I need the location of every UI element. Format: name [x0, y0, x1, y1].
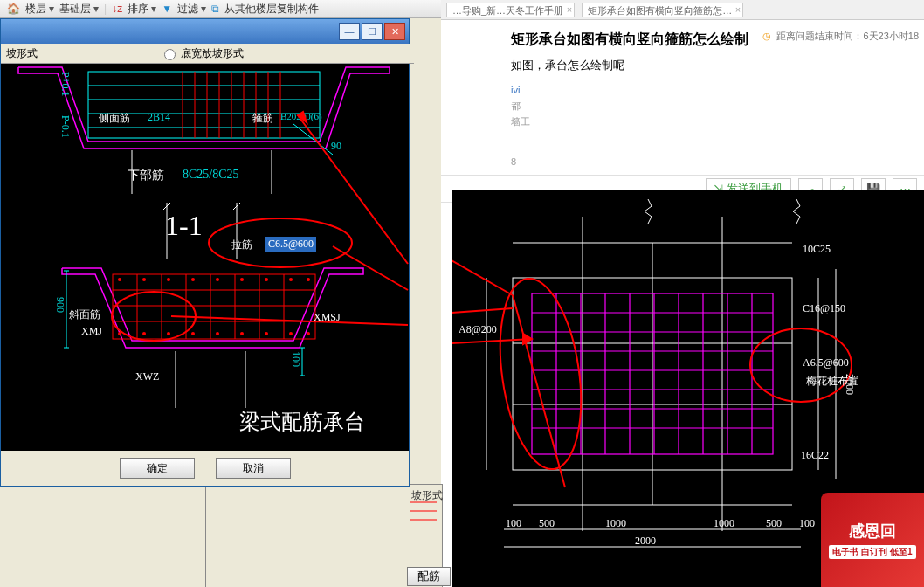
svg-line-99 — [452, 260, 513, 295]
subtitle: 梁式配筋承台 — [239, 408, 365, 436]
floor-label[interactable]: 楼层 — [25, 2, 54, 17]
h100: 100 — [289, 351, 302, 367]
svg-rect-21 — [113, 274, 315, 339]
d500a: 500 — [539, 517, 555, 530]
d100a: 100 — [506, 517, 521, 530]
svg-point-46 — [240, 332, 244, 335]
ad-line1: 感恩回 — [849, 521, 896, 542]
svg-point-36 — [216, 278, 219, 281]
d1000a: 1000 — [605, 517, 626, 530]
h900: 900 — [53, 297, 66, 313]
tab-strip: …导购_新…天冬工作手册 矩形承台如图有横向竖向箍筋怎… — [441, 0, 924, 20]
xmj: XMJ — [81, 325, 102, 338]
ad-line2: 电子书 白订刊 低至1 — [829, 545, 915, 559]
svg-point-49 — [307, 332, 310, 335]
peijin-button[interactable]: 配筋 — [407, 567, 451, 586]
countdown: ◷ 距离问题结束时间：6天23小时18 — [762, 30, 919, 43]
sort-icon: ↓z — [112, 3, 122, 15]
copy-label[interactable]: 从其他楼层复制构件 — [224, 2, 319, 17]
section-1-1: 1-1 — [165, 210, 203, 242]
svg-point-44 — [191, 332, 195, 335]
svg-rect-0 — [88, 72, 320, 138]
floor-value[interactable]: 基础层 — [59, 2, 99, 17]
svg-point-32 — [118, 278, 121, 281]
meta-4: 8 — [511, 154, 907, 169]
c16: C16@150 — [803, 302, 845, 315]
c22: 16C22 — [801, 449, 829, 462]
svg-point-45 — [216, 332, 219, 335]
filter-icon: ▼ — [162, 3, 172, 15]
dialog-buttons: 确定 取消 — [1, 451, 409, 486]
svg-point-48 — [289, 332, 293, 335]
radio-row: 坡形式 底宽放坡形式 — [1, 44, 414, 64]
radio-slope[interactable]: 坡形式 — [6, 46, 38, 61]
svg-point-97 — [489, 273, 592, 474]
dialog-cad-area: P+0.1 P-0.1 侧面筋 2B14 箍筋 B20200(6) 90 下部筋… — [1, 63, 409, 451]
copy-icon: ⧉ — [211, 3, 219, 15]
a8: A8@200 — [459, 323, 497, 336]
behind-svg — [210, 501, 437, 562]
svg-line-20 — [293, 124, 333, 155]
svg-line-101 — [452, 339, 532, 343]
stirrup-label: 箍筋 — [252, 111, 273, 126]
meta-3: 墙工 — [511, 114, 907, 129]
question-meta: ivi 都 墙工 8 — [511, 82, 907, 169]
p-minus: P-0.1 — [59, 115, 72, 138]
bottom-label: 下部筋 — [128, 168, 164, 183]
behind-panel: 坡形式 配筋 — [205, 484, 443, 587]
svg-point-41 — [118, 332, 121, 335]
tab-2[interactable]: 矩形承台如图有横向竖向箍筋怎… — [582, 3, 743, 17]
tie-label: 拉筋 — [231, 238, 252, 252]
svg-point-37 — [240, 278, 244, 281]
close-button[interactable]: ✕ — [384, 23, 405, 40]
rebar-dialog: — ☐ ✕ 坡形式 底宽放坡形式 — [0, 18, 410, 487]
clock-icon: ◷ — [762, 31, 771, 41]
p-plus: P+0.1 — [59, 72, 72, 96]
stirrup-val[interactable]: B20200(6) — [280, 111, 322, 121]
side-label: 侧面筋 — [99, 111, 130, 126]
ninety: 90 — [331, 140, 341, 153]
rd2000: 2000 — [843, 374, 856, 395]
svg-point-43 — [167, 332, 170, 335]
side-val[interactable]: 2B14 — [148, 111, 170, 124]
svg-point-39 — [289, 278, 293, 281]
minimize-button[interactable]: — — [339, 23, 360, 40]
question-header: 矩形承台如图有横向竖向箍筋怎么绘制 如图，承台怎么绘制呢 ivi 都 墙工 8 — [441, 20, 924, 175]
xwz: XWZ — [135, 370, 159, 383]
bottom-val[interactable]: 8C25/8C25 — [183, 168, 239, 182]
svg-point-38 — [265, 278, 268, 281]
d500b: 500 — [766, 517, 782, 530]
svg-point-34 — [167, 278, 170, 281]
svg-point-35 — [191, 278, 195, 281]
filter-label[interactable]: 过滤 — [177, 2, 206, 17]
c25: 10C25 — [803, 243, 831, 256]
svg-point-40 — [307, 278, 310, 281]
question-desc: 如图，承台怎么绘制呢 — [511, 58, 907, 73]
svg-point-33 — [142, 278, 146, 281]
tie-val[interactable]: C6.5@600 — [265, 237, 316, 252]
meta-1[interactable]: ivi — [511, 82, 907, 98]
floor-icon: 🏠 — [7, 3, 20, 15]
sort-label[interactable]: 排序 — [128, 2, 156, 17]
cancel-button[interactable]: 取消 — [216, 458, 291, 479]
svg-marker-102 — [523, 334, 532, 344]
radio-bottomwidth[interactable]: 底宽放坡形式 — [160, 46, 244, 61]
a6: A6.5@600 — [803, 356, 849, 369]
svg-point-47 — [265, 332, 268, 335]
maximize-button[interactable]: ☐ — [362, 23, 383, 40]
d100b: 100 — [799, 517, 815, 530]
slant-label: 斜面筋 — [69, 307, 100, 322]
xmsj: XMSJ — [314, 311, 341, 324]
promo-ad[interactable]: 感恩回 电子书 白订刊 低至1 — [821, 493, 924, 587]
tab-1[interactable]: …导购_新…天冬工作手册 — [446, 3, 575, 17]
svg-point-42 — [142, 332, 146, 335]
d2000: 2000 — [635, 535, 656, 548]
ok-button[interactable]: 确定 — [120, 458, 195, 479]
d1000b: 1000 — [714, 517, 734, 530]
meta-2: 都 — [511, 98, 907, 114]
dialog-titlebar[interactable]: — ☐ ✕ — [1, 19, 409, 44]
